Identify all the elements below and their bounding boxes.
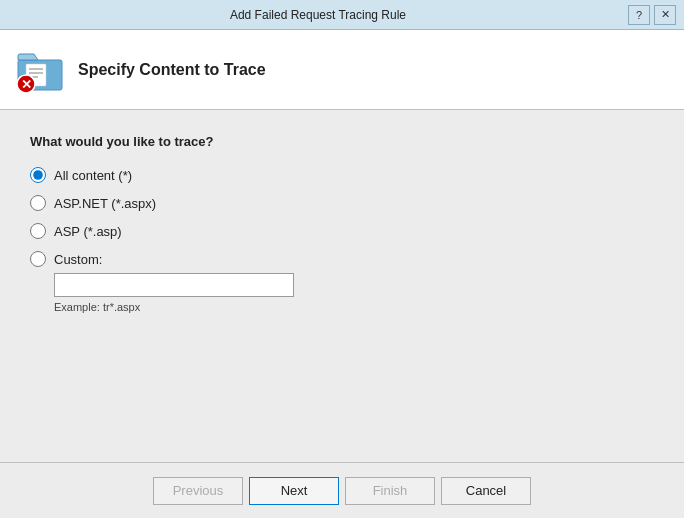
radio-label-custom: Custom: (54, 252, 102, 267)
dialog-footer: Previous Next Finish Cancel (0, 462, 684, 518)
custom-text-input[interactable] (54, 273, 294, 297)
radio-item-custom[interactable]: Custom: (30, 251, 102, 267)
dialog-header: ✕ Specify Content to Trace (0, 30, 684, 110)
custom-option-container: Custom: Example: tr*.aspx (30, 251, 654, 313)
radio-item-asp[interactable]: ASP (*.asp) (30, 223, 654, 239)
radio-aspnet[interactable] (30, 195, 46, 211)
title-bar-controls: ? ✕ (628, 5, 676, 25)
help-button[interactable]: ? (628, 5, 650, 25)
custom-radio-line: Custom: (30, 251, 654, 267)
radio-label-aspnet: ASP.NET (*.aspx) (54, 196, 156, 211)
header-icon: ✕ (16, 46, 64, 94)
title-bar-text: Add Failed Request Tracing Rule (8, 8, 628, 22)
radio-custom[interactable] (30, 251, 46, 267)
custom-row: Example: tr*.aspx (54, 269, 654, 313)
radio-label-asp: ASP (*.asp) (54, 224, 122, 239)
finish-button[interactable]: Finish (345, 477, 435, 505)
dialog-header-title: Specify Content to Trace (78, 61, 266, 79)
radio-item-all[interactable]: All content (*) (30, 167, 654, 183)
radio-all[interactable] (30, 167, 46, 183)
radio-asp[interactable] (30, 223, 46, 239)
next-button[interactable]: Next (249, 477, 339, 505)
title-bar: Add Failed Request Tracing Rule ? ✕ (0, 0, 684, 30)
error-overlay-icon: ✕ (16, 74, 36, 94)
custom-example-text: Example: tr*.aspx (54, 301, 654, 313)
radio-item-aspnet[interactable]: ASP.NET (*.aspx) (30, 195, 654, 211)
cancel-button[interactable]: Cancel (441, 477, 531, 505)
section-question: What would you like to trace? (30, 134, 654, 149)
previous-button[interactable]: Previous (153, 477, 243, 505)
dialog: ✕ Specify Content to Trace What would yo… (0, 30, 684, 518)
svg-text:✕: ✕ (21, 77, 32, 92)
radio-group: All content (*) ASP.NET (*.aspx) ASP (*.… (30, 167, 654, 313)
close-button[interactable]: ✕ (654, 5, 676, 25)
radio-label-all: All content (*) (54, 168, 132, 183)
dialog-body: What would you like to trace? All conten… (0, 110, 684, 462)
